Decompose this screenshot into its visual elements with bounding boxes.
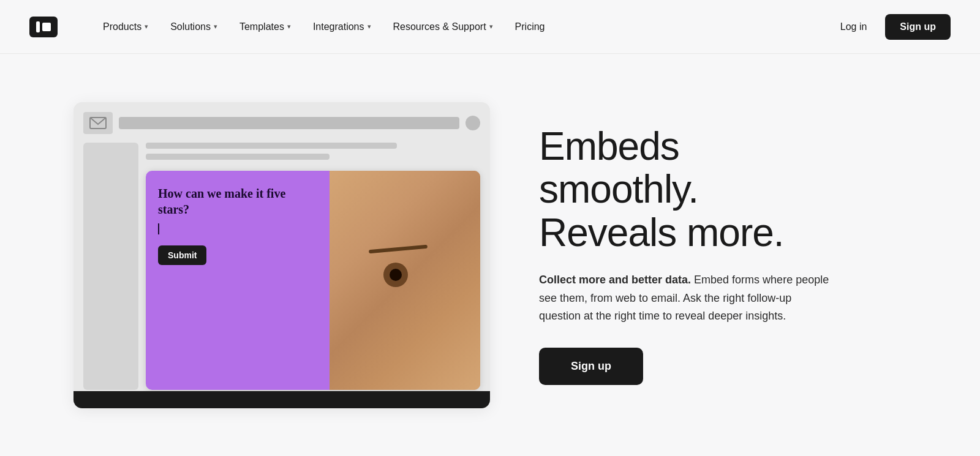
signup-button-hero[interactable]: Sign up <box>539 348 643 385</box>
browser-bottom-bar <box>74 391 490 408</box>
integrations-chevron-icon: ▾ <box>368 23 371 31</box>
pricing-label: Pricing <box>515 21 545 32</box>
nav-links: Products ▾ Solutions ▾ Templates ▾ Integ… <box>94 17 832 37</box>
pupil <box>390 269 402 281</box>
eye <box>364 264 428 286</box>
templates-label: Templates <box>239 21 284 32</box>
solutions-chevron-icon: ▾ <box>214 23 217 31</box>
templates-chevron-icon: ▾ <box>287 23 291 31</box>
mail-icon <box>89 117 107 129</box>
browser-address-container <box>119 116 480 130</box>
logo[interactable] <box>29 17 58 37</box>
navigation: Products ▾ Solutions ▾ Templates ▾ Integ… <box>0 0 980 54</box>
resources-label: Resources & Support <box>393 21 486 32</box>
resources-chevron-icon: ▾ <box>489 23 493 31</box>
hero-desc-bold: Collect more and better data. <box>539 274 691 286</box>
iris <box>383 263 408 287</box>
form-submit-button[interactable]: Submit <box>158 245 206 265</box>
signup-button-nav[interactable]: Sign up <box>885 14 951 40</box>
hero-text: Embeds smoothly. Reveals more. Collect m… <box>539 125 833 385</box>
eye-area <box>360 247 450 302</box>
browser-icon-area <box>83 112 113 134</box>
browser-content: How can we make it five stars? Submit <box>83 143 480 390</box>
browser-line-1 <box>146 143 397 149</box>
nav-item-resources[interactable]: Resources & Support ▾ <box>385 17 502 37</box>
eyebrow <box>369 245 428 253</box>
main-content: How can we make it five stars? Submit <box>0 54 980 456</box>
form-right <box>330 171 480 390</box>
logo-icon <box>29 17 58 37</box>
browser-line-2 <box>146 154 330 160</box>
hero-description: Collect more and better data. Embed form… <box>539 271 833 326</box>
products-label: Products <box>103 21 141 32</box>
nav-item-solutions[interactable]: Solutions ▾ <box>162 17 226 37</box>
nav-item-products[interactable]: Products ▾ <box>94 17 157 37</box>
integrations-label: Integrations <box>313 21 364 32</box>
nav-item-pricing[interactable]: Pricing <box>507 17 554 37</box>
face-illustration <box>330 171 480 390</box>
browser-bar <box>83 112 480 134</box>
login-button[interactable]: Log in <box>832 17 876 37</box>
form-cursor-icon <box>158 223 159 234</box>
form-card: How can we make it five stars? Submit <box>146 171 480 390</box>
browser-address-bar <box>119 117 459 129</box>
nav-item-templates[interactable]: Templates ▾ <box>231 17 300 37</box>
solutions-label: Solutions <box>170 21 211 32</box>
logo-square <box>42 23 51 31</box>
form-left: How can we make it five stars? Submit <box>146 171 330 390</box>
nav-actions: Log in Sign up <box>832 14 951 40</box>
browser-circle <box>466 116 480 130</box>
form-question: How can we make it five stars? <box>158 185 317 217</box>
browser-sidebar <box>83 143 138 390</box>
logo-bar-1 <box>36 21 40 32</box>
nav-item-integrations[interactable]: Integrations ▾ <box>304 17 380 37</box>
browser-text-lines <box>146 143 480 160</box>
products-chevron-icon: ▾ <box>145 23 148 31</box>
browser-main-area: How can we make it five stars? Submit <box>146 143 480 390</box>
browser-mockup: How can we make it five stars? Submit <box>74 102 490 408</box>
hero-title: Embeds smoothly. Reveals more. <box>539 125 833 254</box>
